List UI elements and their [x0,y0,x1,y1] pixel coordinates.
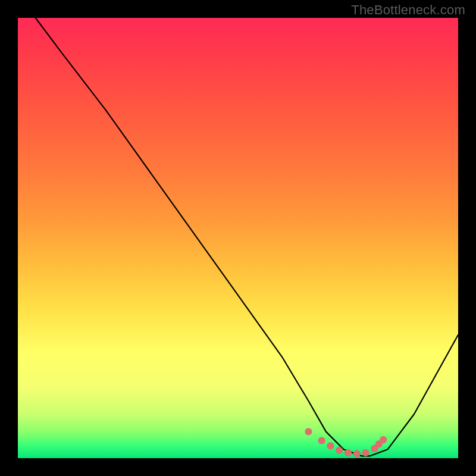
bottleneck-curve [36,18,458,456]
plot-area [18,18,458,458]
optimal-dot [362,449,369,456]
chart-canvas: TheBottleneck.com [0,0,476,476]
optimal-dot [345,449,352,456]
optimal-dot [336,447,343,454]
curve-svg [18,18,458,458]
optimal-dot [305,428,312,436]
optimal-dots-group [305,428,387,458]
optimal-dot [380,436,387,443]
watermark-text: TheBottleneck.com [351,2,465,18]
optimal-dot [327,442,334,449]
optimal-dot [353,450,361,458]
optimal-dot [318,437,325,444]
